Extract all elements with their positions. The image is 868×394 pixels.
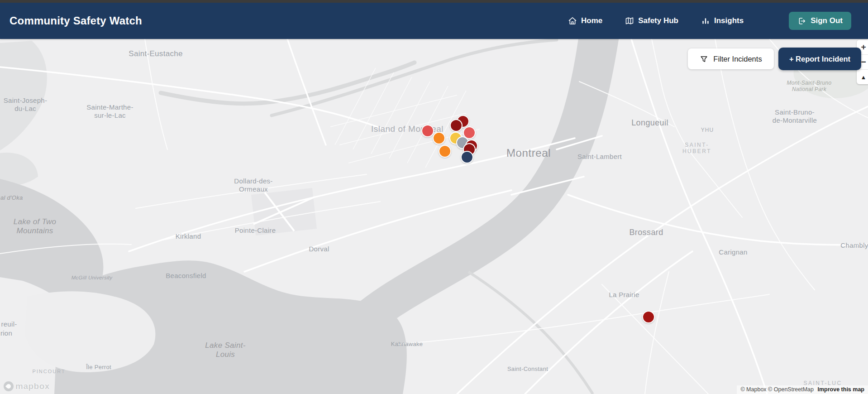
- incident-marker[interactable]: [450, 119, 463, 132]
- app-header: Community Safety Watch Home Safety Hub: [0, 3, 868, 39]
- filter-incidents-button[interactable]: Filter Incidents: [688, 48, 774, 69]
- improve-map-link[interactable]: Improve this map: [818, 386, 865, 393]
- nav-label-home: Home: [581, 16, 602, 25]
- nav-label-safety-hub: Safety Hub: [638, 16, 678, 25]
- nav-item-home[interactable]: Home: [568, 16, 602, 25]
- sign-out-label: Sign Out: [811, 16, 843, 25]
- bar-chart-icon: [701, 16, 710, 25]
- incident-marker[interactable]: [421, 125, 434, 137]
- app-title: Community Safety Watch: [10, 14, 142, 27]
- incident-marker[interactable]: [642, 311, 655, 323]
- mapbox-logo-icon: [4, 381, 14, 391]
- mapbox-logo-word: mapbox: [15, 381, 50, 391]
- incident-marker[interactable]: [433, 132, 445, 144]
- map-icon: [625, 16, 634, 25]
- nav-item-safety-hub[interactable]: Safety Hub: [625, 16, 678, 25]
- report-incident-label: + Report Incident: [789, 55, 850, 63]
- mapbox-attribution-link[interactable]: © Mapbox: [740, 386, 766, 393]
- incident-marker[interactable]: [461, 151, 473, 163]
- main-nav: Home Safety Hub Insights: [568, 12, 851, 30]
- map-attribution: © Mapbox © OpenStreetMap Improve this ma…: [737, 385, 868, 394]
- top-strip: [0, 0, 868, 3]
- osm-attribution-link[interactable]: © OpenStreetMap: [768, 386, 814, 393]
- logout-icon: [797, 17, 806, 25]
- sign-out-button[interactable]: Sign Out: [789, 12, 851, 30]
- incident-marker[interactable]: [439, 145, 451, 158]
- filter-incidents-label: Filter Incidents: [713, 55, 762, 63]
- nav-item-insights[interactable]: Insights: [701, 16, 744, 25]
- nav-label-insights: Insights: [714, 16, 744, 25]
- funnel-icon: [700, 55, 708, 63]
- compass-button[interactable]: ▲: [857, 69, 868, 84]
- map-canvas[interactable]: Saint-EustacheSaint-Joseph- du-LacSainte…: [0, 0, 868, 394]
- mapbox-logo[interactable]: mapbox: [4, 381, 50, 391]
- report-incident-button[interactable]: + Report Incident: [778, 48, 861, 70]
- home-icon: [568, 16, 577, 25]
